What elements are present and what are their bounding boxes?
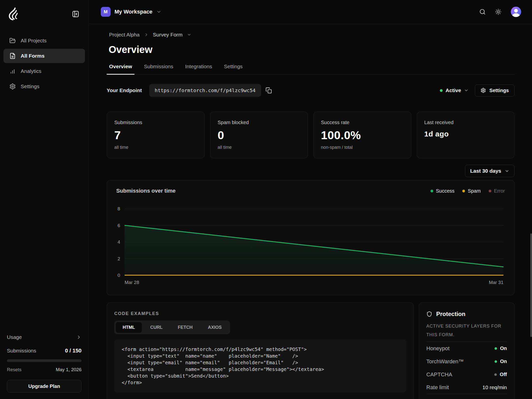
chevron-right-icon [144, 33, 149, 37]
stat-card-last-received: Last received 1d ago [417, 112, 515, 158]
sidebar-nav: All Projects All Forms Analytics Setting… [0, 33, 88, 94]
breadcrumb-project[interactable]: Project Alpha [109, 32, 140, 38]
usage-resets-label: Resets [7, 367, 21, 372]
stat-card-spam-blocked: Spam blocked 0 all time [210, 112, 308, 158]
chevron-down-icon[interactable] [187, 33, 191, 37]
on-dot [495, 347, 497, 350]
sidebar: All Projects All Forms Analytics Setting… [0, 0, 89, 399]
date-range-selector[interactable]: Last 30 days [465, 165, 515, 177]
usage-resets-value: May 1, 2026 [56, 367, 82, 372]
chevron-right-icon [76, 334, 82, 340]
stat-label: Success rate [321, 120, 404, 125]
main-area: M My Workspace Project Alpha Survey Form… [89, 0, 532, 399]
form-settings-button[interactable]: Settings [475, 84, 515, 97]
protection-row-torchwarden: TorchWarden™ On [426, 355, 507, 368]
status-label: Active [446, 87, 461, 93]
stat-sublabel: all time [218, 145, 300, 150]
code-tab-html[interactable]: HTML [116, 322, 142, 333]
sidebar-item-settings[interactable]: Settings [3, 79, 85, 94]
stat-card-success-rate: Success rate 100.0% non-spam / total [313, 112, 411, 158]
stat-label: Submissions [114, 120, 197, 125]
protection-label: Rate limit [426, 384, 449, 391]
off-dot [494, 373, 497, 376]
workspace-switcher[interactable]: M My Workspace [101, 7, 161, 17]
tab-submissions[interactable]: Submissions [143, 62, 174, 74]
svg-text:6: 6 [117, 223, 120, 228]
protection-label: CAPTCHA [426, 371, 452, 378]
stat-value: 7 [114, 128, 197, 142]
svg-text:2: 2 [117, 256, 120, 261]
endpoint-label: Your Endpoint [107, 87, 142, 93]
submissions-chart-card: Submissions over time Success Spam Error [107, 180, 515, 295]
sidebar-item-label: All Forms [21, 53, 45, 59]
on-dot [495, 360, 497, 363]
usage-submissions-value: 0 / 150 [65, 348, 82, 354]
tab-overview[interactable]: Overview [109, 62, 133, 74]
stat-cards: Submissions 7 all time Spam blocked 0 al… [107, 112, 515, 158]
chevron-down-icon [156, 9, 161, 14]
usage-title: Usage [7, 334, 22, 340]
chevron-down-icon [464, 88, 468, 93]
svg-text:8: 8 [117, 206, 120, 212]
usage-panel: Usage Submissions 0 / 150 Resets May 1, … [0, 332, 88, 393]
endpoint-row: Your Endpoint https://formtorch.com/f/p4… [107, 84, 515, 97]
sidebar-item-analytics[interactable]: Analytics [3, 64, 85, 78]
code-snippet[interactable]: <form action="https://formtorch.com/f/p4… [114, 340, 406, 392]
user-avatar[interactable] [511, 7, 521, 17]
usage-submissions-label: Submissions [7, 348, 36, 354]
upgrade-plan-button[interactable]: Upgrade Plan [7, 380, 82, 393]
date-range-label: Last 30 days [470, 168, 501, 174]
copy-icon [266, 87, 272, 94]
code-tab-axios[interactable]: AXIOS [201, 322, 229, 333]
copy-endpoint-button[interactable] [266, 87, 272, 94]
chevron-down-icon [505, 169, 509, 173]
svg-text:Mar 31: Mar 31 [489, 280, 503, 285]
submissions-chart-svg: 02468Mar 28Mar 31 [107, 180, 514, 295]
search-icon[interactable] [479, 9, 486, 15]
form-status-dropdown[interactable]: Active [440, 87, 468, 93]
workspace-name: My Workspace [115, 9, 152, 15]
status-dot [440, 89, 443, 92]
tab-settings[interactable]: Settings [223, 62, 243, 74]
workspace-badge: M [101, 7, 111, 17]
breadcrumb-form[interactable]: Survey Form [153, 32, 183, 38]
page-scrollbar[interactable] [530, 233, 532, 337]
code-examples-heading: CODE EXAMPLES [114, 311, 406, 316]
protection-row-rate-limit: Rate limit 10 req/min [426, 381, 507, 394]
topbar: M My Workspace [89, 0, 532, 24]
code-tab-curl[interactable]: CURL [143, 322, 169, 333]
protection-value: Off [500, 372, 507, 377]
gear-icon [481, 88, 486, 93]
shield-icon [426, 311, 432, 317]
stat-value: 100.0% [321, 128, 404, 142]
endpoint-url[interactable]: https://formtorch.com/f/p4lzc9wc54 [149, 84, 261, 97]
sidebar-item-label: Analytics [21, 68, 41, 74]
sidebar-item-label: Settings [21, 83, 39, 89]
form-settings-label: Settings [489, 88, 509, 93]
protection-value: 10 req/min [482, 384, 507, 390]
sun-icon[interactable] [495, 9, 501, 15]
breadcrumb: Project Alpha Survey Form [107, 32, 515, 38]
code-examples-card: CODE EXAMPLES HTML CURL FETCH AXIOS <for… [107, 302, 414, 399]
usage-progress-bar [7, 359, 82, 362]
stat-sublabel: non-spam / total [321, 145, 404, 150]
stat-label: Last received [424, 120, 507, 125]
usage-header[interactable]: Usage [7, 332, 82, 342]
stat-card-submissions: Submissions 7 all time [107, 112, 205, 158]
tab-integrations[interactable]: Integrations [184, 62, 213, 74]
protection-row-captcha: CAPTCHA Off [426, 368, 507, 381]
protection-card: Protection ACTIVE SECURITY LAYERS FOR TH… [419, 302, 515, 399]
protection-subtitle: ACTIVE SECURITY LAYERS FOR THIS FORM. [426, 322, 507, 339]
sidebar-item-all-projects[interactable]: All Projects [3, 33, 85, 48]
svg-text:4: 4 [117, 239, 120, 245]
svg-text:0: 0 [117, 273, 120, 278]
protection-title: Protection [436, 311, 466, 317]
protection-label: TorchWarden™ [426, 358, 464, 365]
stat-label: Spam blocked [218, 120, 300, 125]
protection-row-honeypot: Honeypot On [426, 342, 507, 355]
sidebar-item-all-forms[interactable]: All Forms [3, 49, 85, 63]
code-tab-fetch[interactable]: FETCH [171, 322, 200, 333]
app-logo-flame-icon [7, 7, 19, 21]
page-title: Overview [107, 44, 515, 55]
sidebar-collapse-button[interactable] [70, 9, 81, 19]
